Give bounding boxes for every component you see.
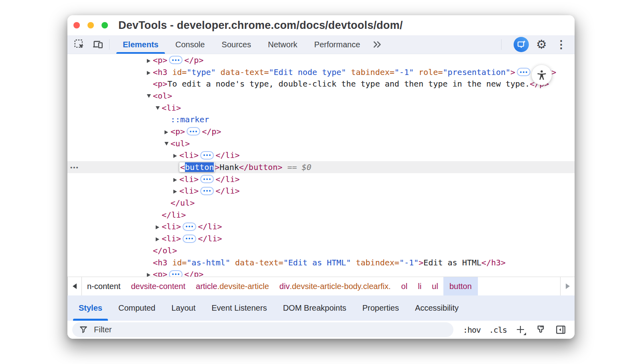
ai-assistance-icon[interactable]: [514, 37, 529, 52]
new-style-rule-icon[interactable]: [515, 324, 526, 336]
device-toolbar-icon[interactable]: [91, 38, 104, 51]
dom-tree-row[interactable]: <ol>: [67, 90, 575, 102]
panel-tabs: ElementsConsoleSourcesNetworkPerformance: [114, 35, 369, 54]
dom-tree-row[interactable]: <h3 id="type" data-text="Edit node type"…: [67, 66, 575, 78]
row-menu-dots-icon[interactable]: [70, 164, 79, 171]
filter-placeholder: Filter: [94, 325, 112, 334]
sidebar-tabs: StylesComputedLayoutEvent ListenersDOM B…: [67, 295, 575, 321]
breadcrumb-item[interactable]: div.devsite-article-body.clearfix.: [279, 277, 391, 295]
collapsed-children-ellipsis-button[interactable]: [200, 187, 214, 195]
sidebar-tab-computed[interactable]: Computed: [110, 295, 163, 321]
dom-tree-row[interactable]: <li></li>: [67, 150, 575, 162]
dom-tree-row[interactable]: </li>: [67, 209, 575, 221]
toggle-sidebar-icon[interactable]: [555, 324, 567, 336]
traffic-lights: [73, 22, 108, 28]
dom-tree-row[interactable]: <p>To edit a node's type, double-click t…: [67, 78, 575, 90]
collapsed-children-ellipsis-button[interactable]: [183, 222, 196, 231]
expand-arrow-icon[interactable]: [156, 234, 162, 243]
expand-arrow-icon[interactable]: [173, 150, 179, 160]
brush-icon[interactable]: [535, 324, 547, 336]
breadcrumb-item[interactable]: devsite-content: [131, 277, 185, 295]
breadcrumb-item[interactable]: button: [443, 277, 478, 295]
tab-elements[interactable]: Elements: [114, 35, 167, 54]
expand-arrow-icon[interactable]: [156, 103, 162, 113]
sidebar-tab-properties[interactable]: Properties: [354, 295, 407, 321]
devtools-toolbar: ElementsConsoleSourcesNetworkPerformance…: [67, 35, 575, 54]
dom-tree-row[interactable]: </ul>: [67, 197, 575, 209]
dom-tree-row[interactable]: <p></p>: [67, 268, 575, 277]
minimize-window-icon[interactable]: [87, 22, 94, 28]
dom-tree-row[interactable]: <p></p>: [67, 125, 575, 138]
more-tabs-icon[interactable]: [372, 39, 382, 50]
dom-tree-row[interactable]: <li></li>: [67, 173, 575, 185]
expand-arrow-icon[interactable]: [147, 67, 153, 77]
sidebar-tab-event-listeners[interactable]: Event Listeners: [203, 295, 275, 321]
tab-network[interactable]: Network: [260, 35, 306, 54]
filter-input[interactable]: Filter: [72, 322, 453, 337]
breadcrumb-item[interactable]: article.devsite-article: [196, 277, 269, 295]
breadcrumb-bar: n-contentdevsite-contentarticle.devsite-…: [67, 277, 575, 295]
dom-tree-row[interactable]: <li>: [67, 102, 575, 114]
sidebar-tab-layout[interactable]: Layout: [163, 295, 203, 321]
expand-arrow-icon[interactable]: [147, 269, 153, 277]
expand-arrow-icon[interactable]: [173, 186, 179, 196]
expand-arrow-icon[interactable]: [156, 222, 162, 231]
dom-tree-row[interactable]: <li></li>: [67, 233, 575, 245]
toolbar-right-divider: [501, 39, 502, 50]
breadcrumb-item[interactable]: li: [418, 277, 421, 295]
breadcrumb-item[interactable]: n-content: [87, 277, 120, 295]
toggle-element-state-button[interactable]: :hov: [463, 325, 481, 335]
accessibility-cursor-icon: [532, 65, 552, 85]
dom-tree-row[interactable]: <li></li>: [67, 185, 575, 197]
dom-tree-row-selected[interactable]: <button>Hank</button> == $0: [67, 161, 575, 173]
collapsed-children-ellipsis-button[interactable]: [200, 151, 214, 160]
sidebar-tab-dom-breakpoints[interactable]: DOM Breakpoints: [275, 295, 354, 321]
collapsed-children-ellipsis-button[interactable]: [187, 127, 200, 135]
collapsed-children-ellipsis-button[interactable]: [169, 56, 183, 64]
expand-arrow-icon[interactable]: [165, 139, 171, 148]
title-bar: DevTools - developer.chrome.com/docs/dev…: [67, 15, 575, 35]
devtools-window: DevTools - developer.chrome.com/docs/dev…: [67, 15, 575, 339]
dom-tree-row[interactable]: <p></p>: [67, 54, 575, 66]
tab-sources[interactable]: Sources: [213, 35, 259, 54]
expand-arrow-icon[interactable]: [165, 127, 171, 136]
collapsed-children-ellipsis-button[interactable]: [183, 235, 196, 243]
tab-performance[interactable]: Performance: [306, 35, 369, 54]
dom-tree-row[interactable]: <li></li>: [67, 221, 575, 233]
collapsed-children-ellipsis-button[interactable]: [200, 175, 214, 183]
sidebar-tab-styles[interactable]: Styles: [71, 295, 110, 321]
styles-filter-bar: Filter :hov .cls: [67, 321, 575, 339]
expand-arrow-icon[interactable]: [147, 55, 153, 65]
expand-arrow-icon[interactable]: [147, 91, 153, 101]
dom-tree-row[interactable]: <h3 id="as-html" data-text="Edit as HTML…: [67, 257, 575, 269]
breadcrumb-item[interactable]: ul: [432, 277, 438, 295]
close-window-icon[interactable]: [73, 22, 80, 28]
kebab-menu-icon[interactable]: ⋮: [554, 39, 568, 50]
breadcrumb-item[interactable]: ol: [401, 277, 408, 295]
breadcrumb-back-icon[interactable]: [67, 277, 82, 295]
collapsed-children-ellipsis-button[interactable]: [169, 270, 183, 277]
expand-arrow-icon[interactable]: [173, 174, 179, 184]
breadcrumb: n-contentdevsite-contentarticle.devsite-…: [82, 277, 478, 295]
toolbar-divider: [109, 39, 110, 50]
zoom-window-icon[interactable]: [102, 22, 108, 28]
breadcrumb-forward-icon[interactable]: [560, 277, 575, 295]
tab-console[interactable]: Console: [167, 35, 213, 54]
tag-name-edit-box[interactable]: <button: [179, 162, 215, 172]
inspect-icon[interactable]: [73, 38, 86, 51]
dom-tree-row[interactable]: <ul>: [67, 138, 575, 150]
collapsed-children-ellipsis-button[interactable]: [517, 68, 530, 76]
filter-funnel-icon: [79, 325, 88, 335]
element-classes-button[interactable]: .cls: [489, 325, 507, 335]
dom-tree: <p></p><h3 id="type" data-text="Edit nod…: [67, 54, 575, 277]
dom-tree-row[interactable]: ::marker: [67, 113, 575, 125]
settings-gear-icon[interactable]: ⚙: [536, 38, 547, 51]
sidebar-tab-accessibility[interactable]: Accessibility: [407, 295, 467, 321]
window-title: DevTools - developer.chrome.com/docs/dev…: [118, 19, 403, 32]
dom-tree-row[interactable]: </ol>: [67, 245, 575, 257]
